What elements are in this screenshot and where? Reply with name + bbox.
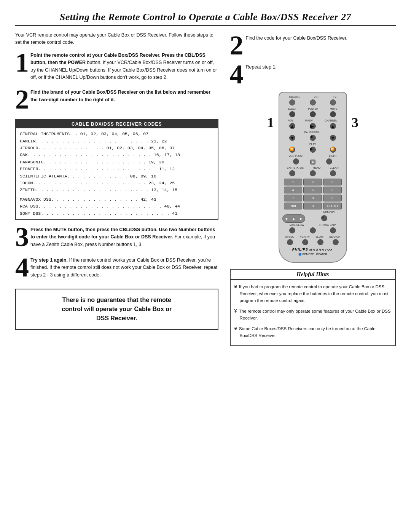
num-button-0[interactable]: 0 — [303, 203, 322, 209]
ff-button[interactable]: ⏩ — [330, 147, 336, 153]
clear-label: CLEAR — [330, 166, 338, 169]
slow-button[interactable] — [317, 239, 323, 245]
step4-right-text: Repeat step 1. — [246, 64, 277, 71]
eject-label: EJECT — [288, 107, 296, 110]
codes-box: CABLE BOX/DSS RECEIVER CODES GENERAL INS… — [15, 119, 218, 220]
eject-button[interactable] — [289, 111, 295, 117]
code-row: SCIENTIFIC ATLANTA. . . . . . . . . . . … — [20, 173, 214, 180]
num-button-8[interactable]: 8 — [303, 195, 322, 201]
light-button[interactable] — [326, 158, 332, 165]
clear-button[interactable] — [330, 170, 336, 176]
num-button-3[interactable]: 3 — [323, 179, 342, 185]
fadv-button[interactable]: ▶ — [310, 123, 316, 129]
codes-header: CABLE BOX/DSS RECEIVER CODES — [16, 120, 218, 128]
menu-button[interactable] — [310, 170, 316, 176]
remote-locator-label: 🔵 REMOTE LOCATOR — [282, 253, 343, 256]
num-button-5[interactable]: 5 — [303, 187, 322, 193]
cbl-label: CBL/DSS — [289, 96, 300, 98]
play-label-row: PLAY — [282, 143, 343, 145]
vcr-label: VCR — [314, 96, 320, 98]
stop-button[interactable]: ■ — [310, 160, 315, 165]
exit-status-label: EXIT/STATUS — [287, 166, 304, 169]
speed-labels: SPEED VCR/TV SLOW SEARCH — [282, 235, 343, 238]
play-button[interactable]: ▶ — [310, 147, 316, 153]
var-slow-button[interactable] — [289, 227, 295, 233]
menu-label: MENU — [313, 166, 321, 169]
num-button-100[interactable]: 100 — [284, 203, 303, 209]
num-button-6[interactable]: 6 — [323, 187, 342, 193]
eject-power-mute-labels: EJECT POWER MUTE — [282, 107, 343, 110]
num-button-7[interactable]: 7 — [284, 195, 303, 201]
tv-label: TV — [333, 96, 336, 98]
ch-up-button[interactable]: ▲ — [330, 123, 336, 129]
remote-step3-overlay: 3 — [352, 115, 358, 131]
page-title: Setting the Remote Control to Operate a … — [15, 11, 396, 23]
code-row: PIONEER. . . . . . . . . . . . . . . . .… — [20, 166, 214, 173]
step2-block: 2 Find the brand of your Cable Box/DSS R… — [15, 89, 218, 113]
num-button-2[interactable]: 2 — [303, 179, 322, 185]
vol-up-button[interactable]: ▲ — [289, 123, 295, 129]
skip-button[interactable] — [330, 227, 336, 233]
var-slow-labels: VAR. SLOW TRKING SKIP — [282, 224, 343, 226]
code-row: MAGNAVOX DSS. . . . . . . . . . . . . . … — [20, 196, 214, 203]
exit-status-button[interactable] — [289, 170, 295, 176]
rew-play-ff-row: ⏪ ▶ ⏩ — [282, 147, 343, 153]
mode-buttons-row — [282, 99, 343, 106]
code-row: OAK. . . . . . . . . . . . . . . . . . .… — [20, 152, 214, 158]
step2-right-num: 2 — [230, 32, 244, 59]
num-button-4[interactable]: 4 — [284, 187, 303, 193]
code-row: SONY DSS. . . . . . . . . . . . . . . . … — [20, 210, 214, 217]
notice-text: There is no guarantee that the remote co… — [24, 296, 210, 323]
code-row: HAMLIN. . . . . . . . . . . . . . . . . … — [20, 138, 214, 145]
step4-right: 4 Repeat step 1. — [230, 61, 396, 88]
memory-label-row: MEMORY — [282, 211, 343, 214]
hint-item: ¥ Some Cable Boxes/DSS Receivers can onl… — [234, 325, 392, 339]
num-button-1[interactable]: 1 — [284, 179, 303, 185]
notice-box: There is no guarantee that the remote co… — [15, 289, 218, 330]
mode-labels: CBL/DSS VCR TV — [282, 96, 343, 98]
trking-skip-label: TRKING SKIP — [319, 224, 336, 226]
cbl-dss-button[interactable] — [289, 99, 295, 105]
mute-button[interactable] — [330, 111, 336, 117]
num-button-GO-TO[interactable]: GO-TO — [323, 203, 342, 209]
fadv-label: F.ADV — [305, 119, 313, 122]
step3-text: Press the MUTE button, then press the CB… — [15, 226, 218, 248]
pause-label-row: PAUSE/STILL — [282, 131, 343, 134]
ch-down-button[interactable]: ▼ — [330, 135, 336, 141]
step3-number: 3 — [15, 226, 29, 251]
code-row: ZENITH. . . . . . . . . . . . . . . . . … — [20, 187, 214, 193]
speed-button[interactable] — [287, 239, 293, 245]
nav-control[interactable]: ◀ ▲ ▶ — [282, 214, 305, 223]
pause-button[interactable]: ⏸ — [310, 135, 316, 141]
trking-button[interactable] — [310, 227, 316, 233]
pause-label: PAUSE/STILL — [304, 131, 321, 134]
mute-label: MUTE — [330, 107, 338, 110]
numpad: 1234567891000GO-TO — [284, 179, 342, 209]
search-button[interactable] — [333, 239, 339, 245]
stop-row: ■ — [282, 158, 343, 165]
step1-text: Point the remote control at your Cable B… — [15, 52, 218, 81]
hints-box: Helpful Hints ¥ If you had to program th… — [230, 269, 396, 346]
tv-button[interactable] — [330, 99, 336, 105]
right-column: 2 Find the code for your Cable Box/DSS R… — [230, 32, 396, 346]
vcr-plus-button[interactable] — [293, 158, 299, 165]
hints-body: ¥ If you had to program the remote contr… — [231, 280, 395, 345]
brand-text: PHILIPS MAGNAVOX — [282, 248, 343, 251]
step2-number: 2 — [15, 89, 29, 113]
step4-left-block: 4 Try step 1 again. If the remote contro… — [15, 257, 218, 281]
memory-label: MEMORY — [323, 211, 335, 214]
memory-button[interactable]: M — [321, 215, 327, 221]
rew-button[interactable]: ⏪ — [289, 147, 295, 153]
step2-text: Find the brand of your Cable Box/DSS Rec… — [15, 89, 218, 104]
power-button[interactable] — [310, 111, 316, 117]
code-row: PANASONIC. . . . . . . . . . . . . . . .… — [20, 159, 214, 166]
vcr-plus-light-labels: VCR PLUS+ LIGHT — [282, 155, 343, 157]
nav-row: ◀ ▲ ▶ M — [282, 214, 343, 223]
step1-number: 1 — [15, 52, 29, 76]
vcr-button[interactable] — [310, 99, 316, 105]
hint-item: ¥ If you had to program the remote contr… — [234, 283, 392, 304]
vcr-tv-button[interactable] — [302, 239, 308, 245]
num-button-9[interactable]: 9 — [323, 195, 342, 201]
vol-down-button[interactable]: ▼ — [289, 135, 295, 141]
slow-label: SLOW — [315, 235, 323, 238]
